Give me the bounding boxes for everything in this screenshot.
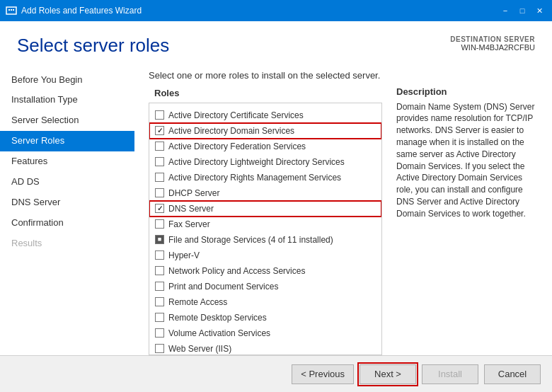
role-item-vas[interactable]: Volume Activation Services — [149, 325, 381, 341]
role-label-vas: Volume Activation Services — [168, 327, 270, 340]
roles-list: Active Directory Certificate ServicesAct… — [149, 103, 382, 355]
sidebar-item-server-selection[interactable]: Server Selection — [0, 110, 134, 131]
role-label-remote-access: Remote Access — [168, 296, 227, 309]
role-checkbox-adrms[interactable] — [155, 173, 164, 182]
role-label-adlds: Active Directory Lightweight Directory S… — [168, 156, 345, 168]
body: Before You BeginInstallation TypeServer … — [0, 64, 552, 355]
footer: < Previous Next > Install Cancel — [0, 355, 552, 392]
role-label-dns: DNS Server — [168, 202, 214, 215]
cancel-button[interactable]: Cancel — [484, 364, 541, 384]
server-name: WIN-M4BJA2RCFBU — [450, 43, 535, 52]
roles-header: Roles — [149, 86, 382, 103]
sidebar-item-dns-server[interactable]: DNS Server — [0, 192, 134, 213]
role-item-npas[interactable]: Network Policy and Access Services — [149, 263, 381, 279]
description-text: Domain Name System (DNS) Server provides… — [396, 101, 538, 220]
sidebar-item-server-roles[interactable]: Server Roles — [0, 131, 134, 151]
role-checkbox-remote-access[interactable] — [155, 297, 164, 306]
role-checkbox-iis[interactable] — [155, 344, 164, 353]
sidebar-item-installation-type[interactable]: Installation Type — [0, 90, 134, 110]
role-item-file-storage[interactable]: ■File and Storage Services (4 of 11 inst… — [149, 232, 381, 248]
role-checkbox-adlds[interactable] — [155, 157, 164, 166]
role-label-adfs: Active Directory Federation Services — [168, 140, 306, 153]
role-label-adds: Active Directory Domain Services — [168, 125, 294, 137]
previous-button[interactable]: < Previous — [292, 364, 354, 384]
role-label-print-doc: Print and Document Services — [168, 280, 278, 293]
page-title: Select server roles — [17, 35, 169, 56]
content-main: Roles Active Directory Certificate Servi… — [149, 86, 538, 355]
svg-rect-2 — [11, 9, 12, 11]
role-label-hyper-v: Hyper-V — [168, 249, 200, 262]
instruction-text: Select one or more roles to install on t… — [149, 64, 538, 86]
role-item-dns[interactable]: DNS Server — [149, 201, 381, 217]
close-button[interactable]: ✕ — [532, 4, 546, 18]
titlebar: Add Roles and Features Wizard − □ ✕ — [0, 0, 552, 21]
sidebar-item-before-you-begin[interactable]: Before You Begin — [0, 70, 134, 91]
role-checkbox-dns[interactable] — [155, 204, 164, 213]
description-header: Description — [396, 86, 538, 101]
role-checkbox-adds[interactable] — [155, 126, 164, 135]
role-item-print-doc[interactable]: Print and Document Services — [149, 279, 381, 294]
role-item-iis[interactable]: Web Server (IIS) — [149, 341, 381, 355]
role-label-rds: Remote Desktop Services — [168, 311, 267, 324]
svg-rect-3 — [13, 9, 14, 11]
sidebar-item-features[interactable]: Features — [0, 151, 134, 172]
role-checkbox-npas[interactable] — [155, 266, 164, 275]
role-checkbox-print-doc[interactable] — [155, 282, 164, 291]
role-checkbox-adfs[interactable] — [155, 142, 164, 151]
install-button[interactable]: Install — [422, 364, 478, 384]
content-area: Select one or more roles to install on t… — [134, 64, 552, 355]
role-checkbox-file-storage[interactable]: ■ — [155, 235, 164, 244]
role-checkbox-adcs[interactable] — [155, 110, 164, 120]
header: Select server roles DESTINATION SERVER W… — [0, 21, 552, 64]
role-label-dhcp: DHCP Server — [168, 187, 219, 200]
role-label-fax: Fax Server — [168, 218, 210, 231]
description-panel: Description Domain Name System (DNS) Ser… — [396, 86, 538, 355]
sidebar-item-confirmation[interactable]: Confirmation — [0, 213, 134, 234]
role-item-adds[interactable]: Active Directory Domain Services — [149, 123, 381, 139]
role-label-npas: Network Policy and Access Services — [168, 265, 305, 277]
app-icon — [6, 5, 17, 16]
role-checkbox-fax[interactable] — [155, 219, 164, 229]
role-checkbox-rds[interactable] — [155, 313, 164, 322]
role-label-iis: Web Server (IIS) — [168, 342, 231, 355]
role-item-hyper-v[interactable]: Hyper-V — [149, 248, 381, 263]
role-item-adrms[interactable]: Active Directory Rights Management Servi… — [149, 170, 381, 185]
server-label: DESTINATION SERVER — [450, 35, 535, 43]
role-item-adlds[interactable]: Active Directory Lightweight Directory S… — [149, 154, 381, 170]
maximize-button[interactable]: □ — [515, 4, 529, 18]
role-item-adfs[interactable]: Active Directory Federation Services — [149, 139, 381, 154]
role-item-fax[interactable]: Fax Server — [149, 217, 381, 232]
sidebar: Before You BeginInstallation TypeServer … — [0, 64, 134, 355]
main-window: Select server roles DESTINATION SERVER W… — [0, 21, 552, 392]
window-title: Add Roles and Features Wizard — [21, 6, 498, 16]
role-checkbox-vas[interactable] — [155, 328, 164, 338]
role-item-rds[interactable]: Remote Desktop Services — [149, 310, 381, 325]
role-item-remote-access[interactable]: Remote Access — [149, 294, 381, 310]
role-item-dhcp[interactable]: DHCP Server — [149, 185, 381, 201]
role-label-file-storage: File and Storage Services (4 of 11 insta… — [168, 234, 333, 246]
role-checkbox-hyper-v[interactable] — [155, 250, 164, 260]
next-button[interactable]: Next > — [360, 364, 416, 384]
minimize-button[interactable]: − — [498, 4, 512, 18]
role-checkbox-dhcp[interactable] — [155, 188, 164, 197]
sidebar-item-results: Results — [0, 234, 134, 254]
svg-rect-1 — [8, 9, 10, 11]
sidebar-item-ad-ds[interactable]: AD DS — [0, 172, 134, 192]
role-label-adcs: Active Directory Certificate Services — [168, 109, 304, 122]
server-info: DESTINATION SERVER WIN-M4BJA2RCFBU — [450, 35, 535, 52]
role-item-adcs[interactable]: Active Directory Certificate Services — [149, 108, 381, 123]
window-controls: − □ ✕ — [498, 4, 546, 18]
role-label-adrms: Active Directory Rights Management Servi… — [168, 171, 341, 184]
